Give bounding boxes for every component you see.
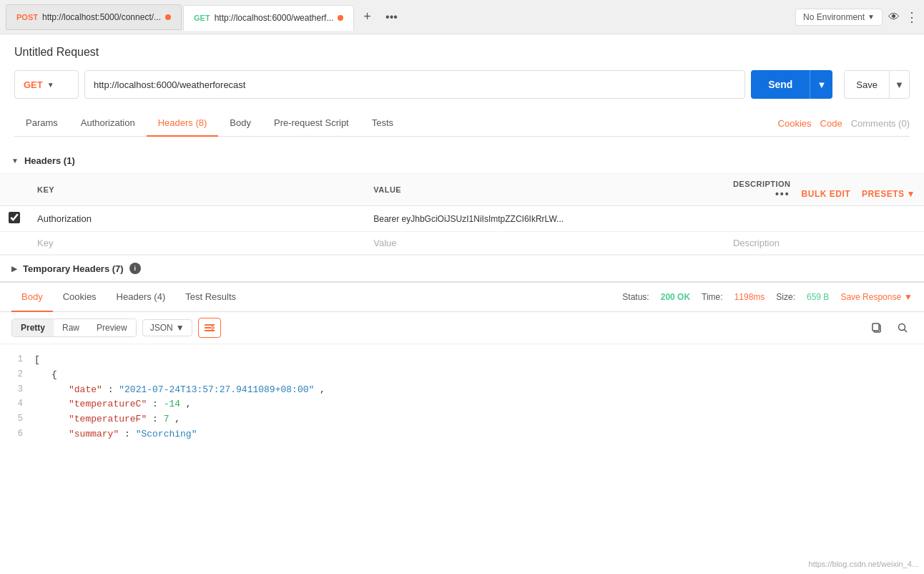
tab-modified-dot-post	[165, 14, 171, 20]
main-area: Untitled Request GET ▼ Send ▼ Save ▼ Par…	[0, 34, 924, 148]
response-section: Body Cookies Headers (4) Test Results St…	[0, 281, 924, 451]
more-tabs-button[interactable]: •••	[380, 6, 403, 29]
response-toolbar: Pretty Raw Preview JSON ▼	[0, 312, 924, 344]
table-more-icon[interactable]: •••	[775, 188, 790, 200]
tab-bar: POST http://localhost:5000/connect/... G…	[0, 0, 924, 34]
send-dropdown-button[interactable]: ▼	[810, 70, 832, 99]
eye-icon[interactable]: 👁	[888, 11, 900, 24]
resp-tab-headers[interactable]: Headers (4)	[107, 283, 176, 312]
copy-button[interactable]	[867, 318, 887, 338]
format-group: Pretty Raw Preview	[11, 318, 137, 337]
bulk-edit-button[interactable]: Bulk Edit	[802, 189, 851, 199]
wrap-icon	[204, 322, 215, 334]
resp-tab-test-results[interactable]: Test Results	[175, 283, 246, 312]
method-selector[interactable]: GET ▼	[14, 70, 79, 99]
response-tabs-bar: Body Cookies Headers (4) Test Results St…	[0, 283, 924, 312]
value-cell[interactable]: Bearer eyJhbGciOiJSUzI1NiIsImtpZZCI6IkRr…	[365, 206, 724, 232]
tab-params[interactable]: Params	[14, 110, 69, 137]
json-line: 1 [	[0, 353, 924, 368]
header-checkbox[interactable]	[9, 212, 20, 223]
headers-table: KEY VALUE DESCRIPTION ••• Bulk Edit Pres…	[0, 174, 924, 255]
tab-method-get: GET	[194, 14, 210, 22]
line-number: 6	[6, 427, 34, 442]
more-options-icon[interactable]: ⋮	[905, 9, 918, 25]
presets-button[interactable]: Presets ▼	[862, 189, 915, 199]
url-input[interactable]	[84, 70, 745, 99]
table-row-empty: Key Value Description	[0, 232, 924, 255]
empty-key-cell[interactable]: Key	[29, 232, 365, 255]
key-cell[interactable]: Authorization	[29, 206, 365, 232]
line-number: 4	[6, 397, 34, 412]
request-tabs: Params Authorization Headers (8) Body Pr…	[14, 110, 910, 137]
add-tab-button[interactable]: +	[355, 6, 378, 29]
json-content: "date" : "2021-07-24T13:57:27.9411089+08…	[34, 383, 918, 398]
format-raw-button[interactable]: Raw	[54, 319, 88, 336]
method-value: GET	[24, 79, 43, 90]
empty-description-cell[interactable]: Description	[724, 232, 924, 255]
send-button-group: Send ▼	[751, 70, 832, 99]
send-button[interactable]: Send	[751, 70, 810, 99]
line-number: 3	[6, 383, 34, 398]
comments-link[interactable]: Comments (0)	[851, 118, 910, 129]
save-dropdown-button[interactable]: ▼	[890, 70, 910, 99]
env-label: No Environment	[803, 12, 865, 22]
wrap-button[interactable]	[198, 318, 221, 338]
tab-post[interactable]: POST http://localhost:5000/connect/...	[6, 4, 182, 30]
tab-tests[interactable]: Tests	[360, 110, 405, 137]
tab-body[interactable]: Body	[218, 110, 262, 137]
send-chevron-icon: ▼	[817, 79, 826, 90]
headers-section: ▼ Headers (1) KEY VALUE DESCRIPTION ••• …	[0, 148, 924, 281]
time-value: 1198ms	[734, 292, 765, 302]
save-response-button[interactable]: Save Response ▼	[840, 292, 913, 302]
json-content: {	[34, 368, 918, 383]
svg-rect-4	[873, 324, 879, 331]
format-preview-button[interactable]: Preview	[88, 319, 136, 336]
json-response-body: 1 [ 2 { 3 "date" : "2021-07-24T13:57:27.…	[0, 344, 924, 451]
cookies-link[interactable]: Cookies	[778, 118, 812, 129]
json-type-selector[interactable]: JSON ▼	[142, 319, 192, 336]
tab-url-get: http://localhost:6000/weatherf...	[215, 13, 334, 23]
row-checkbox-cell[interactable]	[0, 206, 29, 232]
table-row: Authorization Bearer eyJhbGciOiJSUzI1NiI…	[0, 206, 924, 232]
tab-prerequest[interactable]: Pre-request Script	[262, 110, 360, 137]
resp-tab-cookies[interactable]: Cookies	[53, 283, 107, 312]
json-content: "temperatureF" : 7 ,	[34, 412, 918, 427]
format-pretty-button[interactable]: Pretty	[12, 319, 54, 336]
tab-get[interactable]: GET http://localhost:6000/weatherf...	[183, 5, 354, 31]
env-chevron-icon: ▼	[868, 13, 875, 21]
size-value: 659 B	[807, 292, 829, 302]
tab-headers[interactable]: Headers (8)	[147, 110, 219, 137]
status-label: Status:	[622, 292, 649, 302]
json-line: 4 "temperatureC" : -14 ,	[0, 397, 924, 412]
save-button-group: Save ▼	[838, 70, 910, 99]
code-link[interactable]: Code	[820, 118, 842, 129]
json-line: 6 "summary" : "Scorching"	[0, 427, 924, 442]
description-cell[interactable]	[724, 206, 924, 232]
time-label: Time:	[702, 292, 723, 302]
tab-authorization[interactable]: Authorization	[69, 110, 147, 137]
search-icon	[897, 322, 908, 334]
temporary-headers-section[interactable]: ▶ Temporary Headers (7) i	[0, 255, 924, 281]
json-type-label: JSON	[150, 323, 173, 333]
environment-selector[interactable]: No Environment ▼	[795, 9, 883, 26]
json-line: 3 "date" : "2021-07-24T13:57:27.9411089+…	[0, 383, 924, 398]
line-number: 1	[6, 353, 34, 368]
tab-url-post: http://localhost:5000/connect/...	[42, 12, 161, 22]
json-content: [	[34, 353, 918, 368]
save-button[interactable]: Save	[844, 70, 890, 99]
search-response-button[interactable]	[893, 318, 913, 338]
headers-section-header[interactable]: ▼ Headers (1)	[0, 148, 924, 174]
svg-line-6	[905, 330, 908, 333]
request-title: Untitled Request	[14, 46, 910, 59]
resp-tab-body[interactable]: Body	[11, 283, 53, 312]
empty-checkbox-cell	[0, 232, 29, 255]
key-placeholder: Key	[37, 238, 53, 248]
status-value: 200 OK	[661, 292, 690, 302]
temp-headers-info-icon[interactable]: i	[129, 263, 141, 274]
empty-value-cell[interactable]: Value	[365, 232, 724, 255]
json-type-chevron-icon: ▼	[176, 323, 185, 333]
description-placeholder: Description	[733, 238, 780, 248]
col-key: KEY	[29, 174, 365, 206]
tab-method-post: POST	[16, 13, 38, 21]
req-tab-right-links: Cookies Code Comments (0)	[778, 118, 910, 129]
